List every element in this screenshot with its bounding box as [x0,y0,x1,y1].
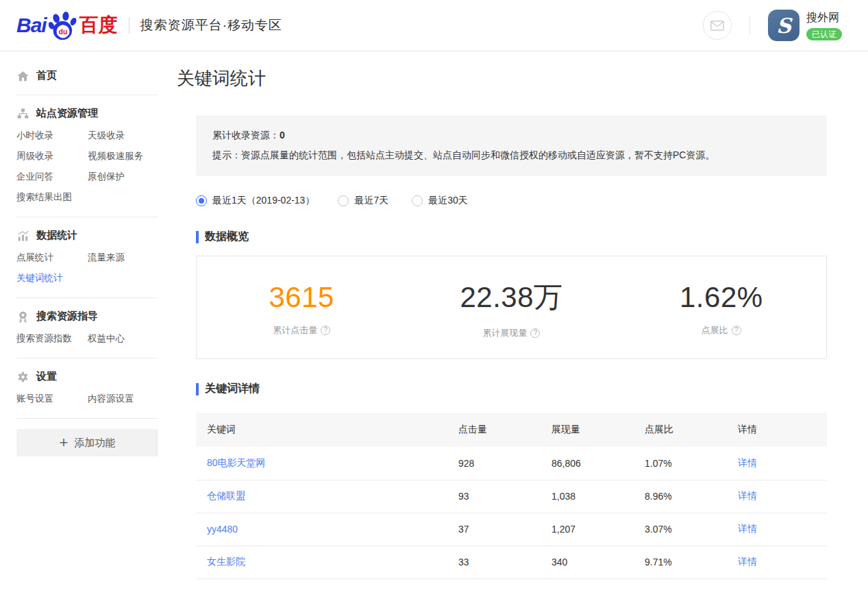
sidebar-item-weekly-inclusion[interactable]: 周级收录 [16,146,88,167]
baidu-logo-bai: Bai [16,12,47,39]
baidu-paw-icon: du [49,12,77,40]
stat-total-clicks: 3615 累计点击量 ? [197,281,406,337]
plus-icon: + [60,436,69,450]
mail-button[interactable] [703,11,732,40]
radio-dot [196,195,207,206]
date-range-filter: 最近1天（2019-02-13） 最近7天 最近30天 [196,195,827,207]
radio-last-7-days[interactable]: 最近7天 [338,195,388,207]
table-row: 仓储联盟 93 1,038 8.96% 详情 [196,480,827,513]
sidebar-section-title: 站点资源管理 [36,107,98,120]
section-accent-bar [196,383,199,395]
radio-last-30-days[interactable]: 最近30天 [412,195,468,207]
sidebar-item-home[interactable]: 首页 [16,51,158,95]
stat-ctr: 1.62% 点展比 ? [617,281,826,337]
verified-badge: 已认证 [806,28,842,40]
stat-value: 22.38万 [460,278,562,317]
header-right-divider [749,16,750,34]
sidebar-item-content-source-settings[interactable]: 内容源设置 [88,389,158,409]
column-header-ctr: 点展比 [645,413,738,447]
sidebar-item-enterprise-qa[interactable]: 企业问答 [16,167,88,187]
stat-label: 点展比 [702,324,728,337]
ctr-cell: 1.07% [645,447,738,480]
keyword-detail-section-header: 关键词详情 [196,382,827,396]
keyword-link[interactable]: 女生影院 [207,556,245,567]
user-name: 搜外网 [806,11,842,25]
sidebar-item-video-speed-service[interactable]: 视频极速服务 [88,146,158,167]
question-circle-icon[interactable]: ? [732,326,741,335]
question-circle-icon[interactable]: ? [530,328,540,338]
detail-link[interactable]: 详情 [738,523,757,534]
detail-link[interactable]: 详情 [738,457,757,468]
sidebar-item-search-result-image[interactable]: 搜索结果出图 [16,187,88,208]
overview-stats-card: 3615 累计点击量 ? 22.38万 累计展现量 ? 1.62% 点展比 ? [196,256,827,359]
sidebar-section-title: 数据统计 [36,229,77,242]
sidebar-item-hourly-inclusion[interactable]: 小时收录 [16,125,88,146]
stat-label: 累计展现量 [482,327,527,339]
column-header-impressions: 展现量 [551,413,645,447]
platform-subtitle: 搜索资源平台·移动专区 [140,16,282,34]
sidebar-item-keyword-stats[interactable]: 关键词统计 [16,268,88,289]
clicks-cell: 37 [458,513,551,546]
user-avatar[interactable]: S [768,10,799,41]
total-included-value: 0 [280,130,285,141]
table-row: 女生影院 33 340 9.71% 详情 [196,546,827,578]
top-header: Bai du 百度 搜索资源平台·移动专区 S 搜外网 [0,0,868,51]
page-title: 关键词统计 [177,66,827,90]
sidebar: 首页 站点资源管理 小时收录 天级收录 周级收录 视频极速服务 企业问答 原创保… [16,51,158,456]
keyword-link[interactable]: 仓储联盟 [207,490,245,501]
sidebar-divider [16,418,158,419]
header-divider [129,17,129,34]
table-row: 80电影天堂网 928 86,806 1.07% 详情 [196,447,827,480]
impressions-cell: 1,038 [551,480,645,513]
main-content: 关键词统计 累计收录资源：0 提示：资源点展量的统计范围，包括站点主动提交、站点… [177,51,827,579]
baidu-logo-cn: 百度 [79,12,118,39]
keyword-detail-section-title: 关键词详情 [205,382,260,396]
avatar-letter: S [776,14,791,38]
question-circle-icon[interactable]: ? [321,326,330,335]
radio-dot [412,195,423,206]
sidebar-section-settings: 设置 账号设置 内容源设置 [16,358,158,418]
overview-section-title: 数据概览 [205,230,249,244]
add-feature-button[interactable]: + 添加功能 [16,429,158,456]
sidebar-item-click-impression-stats[interactable]: 点展统计 [16,247,88,268]
sidebar-section-title: 设置 [36,370,57,383]
radio-label: 最近1天（2019-02-13） [212,195,314,207]
keyword-table: 关键词 点击量 展现量 点展比 详情 80电影天堂网 928 86,806 1.… [196,413,827,579]
keyword-link[interactable]: 80电影天堂网 [207,457,266,468]
gear-icon [16,371,29,383]
sidebar-section-data-statistics: 数据统计 点展统计 流量来源 关键词统计 [16,217,158,297]
radio-label: 最近30天 [428,195,468,207]
sidebar-item-traffic-source[interactable]: 流量来源 [88,247,158,268]
stat-label: 累计点击量 [273,324,317,337]
stat-value: 1.62% [680,281,763,314]
clicks-cell: 33 [458,546,551,578]
impressions-cell: 86,806 [551,447,645,480]
sitemap-icon [16,108,29,120]
keyword-link[interactable]: yy4480 [207,524,238,535]
detail-link[interactable]: 详情 [738,556,757,567]
radio-label: 最近7天 [354,195,388,207]
sidebar-item-rights-center[interactable]: 权益中心 [88,328,158,349]
clicks-cell: 928 [458,447,551,480]
column-header-keyword: 关键词 [196,413,458,447]
sidebar-home-label: 首页 [36,69,57,82]
impressions-cell: 340 [551,546,645,578]
sidebar-item-account-settings[interactable]: 账号设置 [16,389,88,409]
sidebar-item-daily-inclusion[interactable]: 天级收录 [88,125,158,146]
ctr-cell: 8.96% [645,480,738,513]
clicks-cell: 93 [458,480,551,513]
home-icon [16,70,29,82]
notice-tip: 提示：资源点展量的统计范围，包括站点主动提交、站点自动同步和微信授权的移动或自适… [212,149,810,162]
stat-value: 3615 [269,281,334,314]
medal-icon [16,310,29,323]
detail-link[interactable]: 详情 [738,490,757,501]
radio-last-1-day[interactable]: 最近1天（2019-02-13） [196,195,314,207]
sidebar-section-title: 搜索资源指导 [36,310,98,323]
stat-total-impressions: 22.38万 累计展现量 ? [406,278,616,339]
baidu-logo[interactable]: Bai du 百度 [16,12,118,39]
total-included-label: 累计收录资源： [212,130,280,141]
impressions-cell: 1,207 [551,513,645,546]
sidebar-item-search-resource-index[interactable]: 搜索资源指数 [16,328,88,349]
bar-chart-icon [16,230,29,242]
sidebar-item-original-protection[interactable]: 原创保护 [88,167,158,187]
